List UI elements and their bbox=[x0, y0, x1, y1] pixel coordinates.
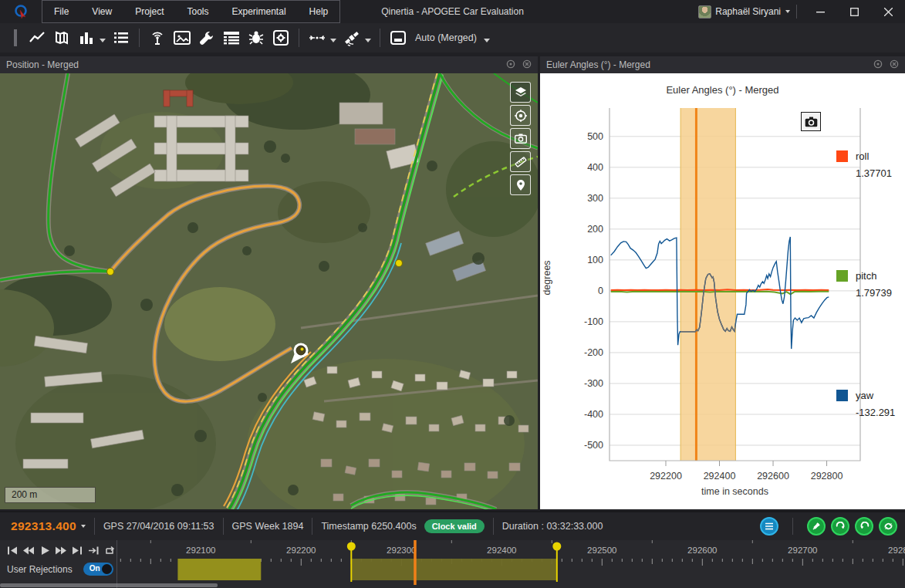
play-button[interactable] bbox=[38, 544, 52, 557]
horizontal-scrollbar[interactable] bbox=[0, 583, 218, 587]
merge-caret-icon[interactable] bbox=[330, 39, 336, 42]
chart-title: Euler Angles (°) - Merged bbox=[540, 84, 905, 96]
mode-selector-label[interactable]: Auto (Merged) bbox=[415, 32, 477, 43]
legend-entry-yaw[interactable]: yaw -132.291 bbox=[836, 390, 895, 418]
skip-end-button[interactable] bbox=[70, 544, 84, 557]
menu-circle-button[interactable] bbox=[760, 517, 778, 536]
legend-series-name: pitch bbox=[856, 270, 892, 282]
legend-swatch bbox=[836, 150, 848, 162]
legend-entry-pitch[interactable]: pitch 1.79739 bbox=[836, 270, 892, 299]
menu-item-help[interactable]: Help bbox=[298, 0, 340, 23]
chart-ylabel: degrees bbox=[542, 251, 552, 305]
camera-button[interactable] bbox=[510, 128, 531, 149]
panel-close-icon[interactable] bbox=[522, 59, 532, 71]
table-icon[interactable] bbox=[219, 26, 244, 49]
time-caret-icon[interactable] bbox=[81, 525, 86, 528]
map-tools bbox=[510, 82, 531, 195]
menu-item-project[interactable]: Project bbox=[123, 0, 175, 23]
menu-item-view[interactable]: View bbox=[80, 0, 123, 23]
panel-target-icon[interactable] bbox=[506, 59, 515, 71]
loop-icon[interactable] bbox=[103, 544, 117, 557]
euler-chart-panel[interactable]: Euler Angles (°) - Merged degrees 292200… bbox=[540, 73, 905, 509]
map-scale-bar: 200 m bbox=[5, 487, 96, 503]
gps-datetime: GPS 27/04/2016 09:11:53 bbox=[103, 521, 214, 532]
user-avatar[interactable] bbox=[698, 5, 711, 19]
app-window: File View Project Tools Experimental Hel… bbox=[0, 0, 905, 588]
timeline-ruler[interactable]: 2921002922002923002924002925002926002927… bbox=[120, 540, 905, 588]
minimize-button[interactable] bbox=[803, 0, 837, 23]
measure-button[interactable] bbox=[510, 151, 531, 172]
fast-forward-button[interactable] bbox=[54, 544, 68, 557]
refresh-button[interactable] bbox=[879, 517, 897, 536]
position-panel-title: Position - Merged bbox=[6, 59, 79, 70]
clock-valid-badge: Clock valid bbox=[424, 519, 485, 533]
toolbar-separator bbox=[139, 29, 140, 47]
bug-icon[interactable] bbox=[244, 26, 268, 49]
svg-text:292400: 292400 bbox=[704, 471, 736, 482]
user-name[interactable]: Raphaël Siryani bbox=[715, 6, 781, 17]
toolbar-grip[interactable] bbox=[14, 29, 17, 46]
rewind-button[interactable] bbox=[22, 544, 35, 557]
image-icon[interactable] bbox=[170, 26, 194, 49]
svg-text:200: 200 bbox=[587, 224, 603, 235]
svg-text:-400: -400 bbox=[584, 409, 603, 420]
close-button[interactable] bbox=[871, 0, 905, 23]
timeline-bar: User Rejections On 292100292200292300292… bbox=[0, 540, 905, 588]
app-logo-icon bbox=[0, 4, 42, 19]
panel-target-icon[interactable] bbox=[873, 59, 883, 71]
svg-text:292600: 292600 bbox=[757, 471, 789, 482]
locate-button[interactable] bbox=[510, 105, 531, 126]
maximize-button[interactable] bbox=[837, 0, 871, 23]
list-icon[interactable] bbox=[109, 26, 133, 49]
user-rejections-toggle[interactable]: On bbox=[83, 563, 113, 576]
user-menu-caret-icon[interactable] bbox=[785, 10, 790, 13]
trend-chart-icon[interactable] bbox=[25, 26, 49, 49]
svg-text:0: 0 bbox=[598, 286, 603, 296]
antenna-icon[interactable] bbox=[145, 26, 170, 49]
mode-caret-icon[interactable] bbox=[484, 39, 490, 42]
bar-chart-caret-icon[interactable] bbox=[100, 39, 106, 42]
svg-text:-200: -200 bbox=[584, 347, 603, 358]
toolbar-separator bbox=[299, 29, 299, 47]
layers-button[interactable] bbox=[510, 82, 531, 103]
euler-panel-header[interactable]: Euler Angles (°) - Merged bbox=[540, 56, 905, 73]
menubar: File View Project Tools Experimental Hel… bbox=[42, 0, 340, 23]
legend-entry-roll[interactable]: roll 1.37701 bbox=[836, 150, 892, 179]
user-rejections-label: User Rejections bbox=[7, 564, 73, 575]
pin-button[interactable] bbox=[510, 174, 531, 195]
svg-text:292800: 292800 bbox=[888, 546, 905, 555]
map-view[interactable]: 200 m bbox=[0, 73, 538, 509]
svg-text:292700: 292700 bbox=[788, 546, 817, 555]
menu-item-tools[interactable]: Tools bbox=[176, 0, 221, 23]
titlebar-divider bbox=[796, 5, 797, 19]
svg-text:100: 100 bbox=[587, 255, 603, 265]
pushpin-button[interactable] bbox=[807, 517, 826, 536]
svg-text:-300: -300 bbox=[584, 378, 603, 389]
position-panel-header[interactable]: Position - Merged bbox=[0, 56, 538, 73]
monitor-icon[interactable] bbox=[386, 26, 410, 49]
satellite-icon[interactable] bbox=[339, 26, 364, 49]
undo-button[interactable] bbox=[855, 517, 873, 536]
chart-snapshot-button[interactable] bbox=[801, 112, 821, 131]
redo-button[interactable] bbox=[831, 517, 849, 536]
wrench-icon[interactable] bbox=[194, 26, 219, 49]
map-icon[interactable] bbox=[49, 26, 74, 49]
toolbar-separator bbox=[380, 29, 380, 47]
bar-chart-icon[interactable] bbox=[74, 26, 99, 49]
satellite-map bbox=[0, 73, 538, 509]
svg-text:292600: 292600 bbox=[687, 546, 717, 555]
legend-swatch bbox=[836, 390, 848, 401]
svg-text:292300: 292300 bbox=[387, 546, 416, 555]
merge-arrows-icon[interactable] bbox=[305, 26, 329, 49]
panel-close-icon[interactable] bbox=[890, 59, 899, 71]
skip-start-button[interactable] bbox=[5, 544, 19, 557]
current-time[interactable]: 292313.400 bbox=[11, 519, 76, 533]
legend-series-name: roll bbox=[856, 150, 892, 162]
menu-item-file[interactable]: File bbox=[42, 0, 80, 23]
svg-text:292100: 292100 bbox=[186, 546, 215, 555]
go-to-end-button[interactable] bbox=[86, 544, 100, 557]
menu-item-experimental[interactable]: Experimental bbox=[221, 0, 298, 23]
gear-icon[interactable] bbox=[268, 26, 293, 49]
playback-controls: User Rejections On bbox=[0, 540, 117, 588]
satellite-caret-icon[interactable] bbox=[365, 39, 371, 42]
